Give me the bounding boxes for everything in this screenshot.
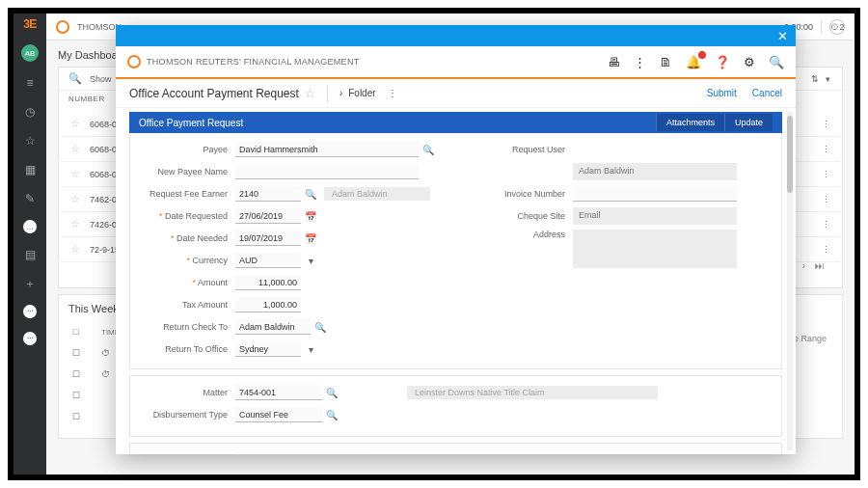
nav-plus-icon[interactable]: ＋: [22, 276, 38, 291]
nav-building-icon[interactable]: ▤: [22, 247, 38, 262]
fee-earner-input[interactable]: [235, 186, 301, 202]
nav-star-icon[interactable]: ☆: [22, 133, 38, 149]
checkbox[interactable]: ☐: [72, 391, 86, 400]
address-box: [573, 230, 737, 268]
star-icon[interactable]: ☆: [305, 87, 315, 100]
disbursement-input[interactable]: [235, 407, 322, 422]
section-title: Office Payment Request: [139, 118, 243, 128]
return-check-input[interactable]: [235, 319, 311, 335]
scrollbar-thumb[interactable]: [787, 116, 793, 193]
disbursement-label: Disbursement Type: [140, 410, 235, 420]
save-icon[interactable]: 🗎: [660, 55, 672, 69]
stopwatch-icon[interactable]: ⏱: [101, 348, 110, 358]
nav-briefcase-icon[interactable]: ▦: [22, 162, 38, 177]
print-icon[interactable]: 🖶: [608, 55, 620, 69]
checkbox[interactable]: ☐: [72, 369, 86, 379]
star-icon[interactable]: ☆: [70, 243, 80, 256]
lookup-icon[interactable]: 🔍: [324, 407, 339, 422]
help-icon[interactable]: ❓: [715, 55, 730, 69]
modal-subheader: Office Account Payment Request ☆ › Folde…: [116, 79, 796, 108]
folder-menu-icon[interactable]: ⋮: [388, 88, 397, 98]
star-icon[interactable]: ☆: [70, 168, 80, 180]
row-menu-icon[interactable]: ⋮: [822, 245, 830, 255]
close-icon[interactable]: ✕: [777, 29, 788, 43]
nav-clock-icon[interactable]: ◷: [22, 104, 38, 120]
return-check-label: Return Check To: [140, 322, 235, 332]
timer-count[interactable]: ⏲2: [829, 19, 845, 35]
star-icon[interactable]: ☆: [70, 118, 80, 130]
amount-input[interactable]: [235, 275, 301, 290]
invoice-number-input[interactable]: [573, 186, 737, 202]
date-requested-label: Date Requested: [140, 211, 235, 221]
gear-icon[interactable]: ⚙: [744, 55, 755, 69]
notification-bell-icon[interactable]: 🔔: [686, 55, 701, 69]
new-payee-label: New Payee Name: [140, 167, 235, 176]
cancel-button[interactable]: Cancel: [752, 88, 782, 98]
chevron-right-icon[interactable]: ›: [339, 88, 342, 98]
stopwatch-icon[interactable]: ⏱: [101, 369, 110, 379]
new-payee-input[interactable]: [235, 164, 419, 179]
checkbox[interactable]: ☐: [72, 348, 86, 358]
scrollbar[interactable]: [787, 112, 793, 450]
tax-label: Tax Amount: [140, 300, 235, 310]
amount-label: Amount: [140, 278, 235, 287]
modal-brand-text: THOMSON REUTERS' FINANCIAL MANAGEMENT: [147, 57, 360, 67]
lookup-icon[interactable]: 🔍: [420, 142, 436, 157]
cheque-site-label: Cheque Site: [477, 211, 573, 221]
lookup-icon[interactable]: 🔍: [372, 452, 388, 454]
section-bar: Office Payment Request Attachments Updat…: [129, 112, 782, 133]
date-requested-input[interactable]: [235, 208, 301, 224]
row-menu-icon[interactable]: ⋮: [822, 120, 830, 129]
lookup-icon[interactable]: 🔍: [303, 186, 318, 202]
more-icon[interactable]: ⋮: [634, 55, 646, 69]
pager-last-icon[interactable]: ⏭: [815, 260, 825, 271]
thomson-logo-icon: [127, 55, 141, 68]
row-menu-icon[interactable]: ⋮: [822, 145, 830, 154]
nav-menu-icon[interactable]: ≡: [22, 75, 38, 91]
request-user-value: Adam Baldwin: [573, 163, 737, 180]
form-main: Payee 🔍 New Payee Name Request Fee Earne…: [129, 133, 782, 369]
thomson-logo-icon: [56, 20, 69, 34]
date-needed-label: Date Needed: [140, 233, 235, 243]
tax-input[interactable]: [235, 297, 301, 312]
submit-button[interactable]: Submit: [707, 88, 737, 98]
nav-dot-2-icon[interactable]: ⋯: [23, 305, 37, 318]
star-icon[interactable]: ☆: [70, 218, 80, 230]
gl-account-input[interactable]: [235, 452, 370, 454]
chevron-down-icon[interactable]: ▾: [303, 253, 318, 268]
row-menu-icon[interactable]: ⋮: [822, 195, 830, 204]
nav-dot-3-icon[interactable]: ⋯: [23, 332, 37, 345]
invoice-number-label: Invoice Number: [477, 189, 573, 199]
row-menu-icon[interactable]: ⋮: [822, 220, 830, 230]
search-icon[interactable]: 🔍: [769, 55, 784, 69]
matter-input[interactable]: [235, 385, 322, 400]
update-button[interactable]: Update: [724, 114, 773, 131]
show-label[interactable]: Show: [90, 74, 112, 84]
left-nav-rail: 3E AB ≡ ◷ ☆ ▦ ✎ … ▤ ＋ ⋯ ⋯: [14, 14, 46, 474]
fee-earner-label: Request Fee Earner: [140, 189, 235, 199]
checkbox[interactable]: ☐: [72, 412, 86, 421]
return-office-select[interactable]: [235, 341, 301, 357]
row-menu-icon[interactable]: ⋮: [822, 170, 830, 179]
calendar-icon[interactable]: 📅: [303, 208, 318, 224]
lookup-icon[interactable]: 🔍: [312, 319, 328, 335]
matter-panel: Matter 🔍 Leinster Downs Native Title Cla…: [129, 375, 782, 437]
chevron-down-icon[interactable]: ▾: [303, 341, 318, 357]
nav-edit-icon[interactable]: ✎: [22, 191, 38, 206]
date-needed-input[interactable]: [235, 230, 301, 246]
nav-dot-1-icon[interactable]: …: [23, 220, 37, 233]
avatar[interactable]: AB: [21, 44, 39, 62]
star-icon[interactable]: ☆: [70, 193, 80, 205]
matter-desc: Leinster Downs Native Title Claim: [407, 386, 658, 399]
attachments-button[interactable]: Attachments: [656, 114, 724, 131]
star-icon[interactable]: ☆: [70, 143, 80, 155]
filter-icon[interactable]: ⇅ ▾: [811, 74, 832, 84]
folder-crumb[interactable]: Folder: [348, 88, 375, 98]
currency-select[interactable]: [235, 253, 301, 268]
search-icon[interactable]: 🔍: [68, 72, 82, 85]
calendar-icon[interactable]: 📅: [303, 230, 318, 246]
cheque-site-value: Email: [573, 207, 737, 225]
lookup-icon[interactable]: 🔍: [324, 385, 339, 400]
pager-next-icon[interactable]: ›: [802, 260, 805, 271]
payee-input[interactable]: [235, 142, 419, 157]
